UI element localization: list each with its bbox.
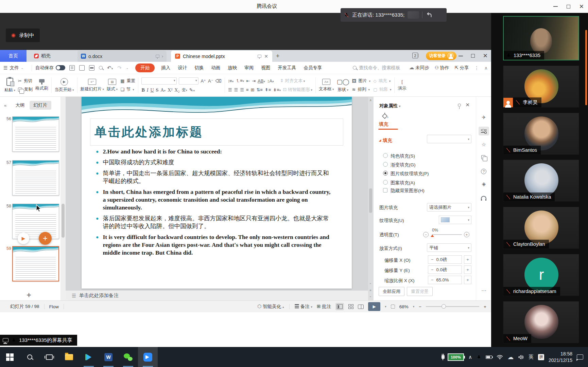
text-direction-button[interactable]: ↕A▾ <box>267 78 274 84</box>
prev-slide-icon[interactable]: ⌃ <box>369 283 372 286</box>
subscript-button[interactable]: X₂ <box>174 88 179 93</box>
radio-gradient-fill[interactable] <box>383 162 388 167</box>
copy-button[interactable]: 复制 <box>18 87 33 92</box>
slide-title-placeholder[interactable]: 单击此处添加标题 <box>90 118 343 146</box>
clock[interactable]: 18:58 2021/12/15 <box>549 351 572 364</box>
tray-mic-icon[interactable] <box>477 355 481 360</box>
comments-button[interactable]: ⊞ 批注 <box>317 304 331 310</box>
notes-button[interactable]: ☰ 备注 ▾ <box>295 304 313 310</box>
more-tools-icon[interactable]: ⋯ <box>476 288 491 294</box>
offset-x-plus-button[interactable]: + <box>464 255 471 264</box>
panel-title[interactable]: 对象属性 ▾ <box>379 103 400 109</box>
print-icon[interactable] <box>89 65 94 71</box>
font-size-combobox[interactable] <box>179 77 198 85</box>
font-color-button[interactable]: A▾ <box>160 88 166 93</box>
new-doc-icon[interactable] <box>69 65 75 71</box>
command-search-box[interactable]: 查找命令、搜索模板 <box>353 65 400 71</box>
reading-view-button[interactable] <box>358 305 364 309</box>
present-button[interactable]: [ 演示 <box>398 79 406 91</box>
textbox-button[interactable]: A≡ 文本框 ▾ <box>319 79 334 92</box>
transparency-slider[interactable] <box>432 234 462 235</box>
fill-button[interactable]: ◇ 填充 ▾ <box>373 78 391 84</box>
italic-button[interactable]: I <box>147 88 149 93</box>
quick-play-button[interactable]: ▶ <box>18 233 29 244</box>
guest-login-button[interactable]: 访客登录 <box>426 52 456 60</box>
align-left-button[interactable]: ☰ <box>228 87 232 92</box>
layout-button[interactable]: ▤ 版式 ▾ <box>107 79 118 92</box>
underline-button[interactable]: U <box>150 88 154 93</box>
transparency-slider-marker[interactable] <box>431 235 434 237</box>
scale-x-stepper[interactable]: −65.0% <box>428 276 462 284</box>
offset-x-stepper[interactable]: −0.0磅 <box>428 255 462 264</box>
slide-sorter-view-button[interactable] <box>348 304 353 309</box>
play-options-icon[interactable]: ▾ <box>385 305 386 308</box>
increase-indent-button[interactable]: ⇥ <box>252 78 256 84</box>
fit-slide-icon[interactable] <box>391 305 395 309</box>
fill-preset-combobox[interactable] <box>427 135 471 143</box>
file-menu[interactable]: ☰ 文件 ⌄ <box>3 65 23 71</box>
current-slide[interactable]: 单击此处添加标题 ●2.How and how hard it is for C… <box>82 97 352 289</box>
fill-section-header[interactable]: 填充 <box>379 137 392 144</box>
ribbon-tab-member[interactable]: 会员专享 <box>300 65 326 71</box>
participant-tile[interactable]: MeoW <box>503 301 579 343</box>
taskbar-search-button[interactable] <box>20 347 39 367</box>
apply-all-button[interactable]: 全部应用 <box>379 287 404 296</box>
offset-y-stepper[interactable]: −0.0磅 <box>428 265 462 274</box>
participant-tile[interactable]: Natalia Kowalska <box>503 160 579 202</box>
align-center-button[interactable]: ☰ <box>234 87 238 92</box>
slide-thumbnail-56[interactable] <box>12 116 59 152</box>
reset-background-button[interactable]: 重置背景 <box>407 287 433 296</box>
docer-resources-icon[interactable]: ✈ <box>476 114 491 121</box>
wps-minimize-button[interactable] <box>459 56 463 56</box>
tab-document-odocx[interactable]: W o.docx › <box>77 51 167 62</box>
sidebar-scrollbar[interactable] <box>585 30 587 105</box>
tencent-meeting-icon[interactable] <box>138 347 158 367</box>
maximize-button[interactable] <box>567 5 570 8</box>
bullet-list-button[interactable]: ⁝≡▾ <box>228 78 234 84</box>
ribbon-tab-review[interactable]: 审阅 <box>241 65 257 71</box>
radio-pattern-fill[interactable] <box>383 180 388 185</box>
para-before-button[interactable]: ⇞≡ <box>265 87 271 92</box>
participant-tile[interactable]: ClaytonBoylan <box>503 207 579 249</box>
shapes-button[interactable]: ▢◯ 形状 ▾ <box>336 78 349 93</box>
autosave-toggle[interactable] <box>56 65 65 70</box>
tab-pin-icon[interactable] <box>258 55 261 58</box>
panel-scrollbar[interactable] <box>60 97 66 300</box>
save-icon[interactable] <box>79 65 85 71</box>
word-icon[interactable]: W <box>99 347 118 367</box>
add-slide-button[interactable]: + <box>27 290 31 300</box>
strikethrough-button[interactable]: S <box>156 88 159 93</box>
tab-docer[interactable]: 稻壳 <box>31 50 70 62</box>
ribbon-tab-design[interactable]: 设计 <box>174 65 191 71</box>
collapse-ribbon-icon[interactable]: ∧ <box>484 65 488 71</box>
transparency-minus-button[interactable]: − <box>423 232 429 237</box>
minimize-button[interactable] <box>553 6 558 7</box>
ribbon-tab-view[interactable]: 视图 <box>257 65 274 71</box>
zoom-in-button[interactable]: + <box>484 304 486 309</box>
tab-expand-icon[interactable]: › <box>162 54 163 59</box>
more-quickbar-icon[interactable]: ⌄ <box>126 66 129 70</box>
zoom-slider-knob[interactable] <box>442 304 446 309</box>
sync-status[interactable]: ☁ 未同步 <box>409 65 429 71</box>
tencent-video-icon[interactable] <box>79 347 99 367</box>
participant-tile[interactable]: BimSantos <box>503 113 579 155</box>
justify-button[interactable]: ≡ <box>246 87 249 92</box>
outline-tab[interactable]: 大纲 <box>16 102 25 108</box>
close-button[interactable]: ✕ <box>579 4 584 10</box>
highlight-button[interactable]: ✎▾ <box>189 87 195 93</box>
task-view-button[interactable] <box>39 347 59 367</box>
onedrive-cloud-icon[interactable]: ☁ <box>507 353 514 361</box>
slides-tab[interactable]: 幻灯片 <box>30 101 52 110</box>
share-button[interactable]: ⇱ 分享 <box>455 65 469 71</box>
slide-body-text[interactable]: ●2.How and how hard it is for China to s… <box>96 148 334 260</box>
decrease-indent-button[interactable]: ⇤ <box>246 78 250 84</box>
outline-button[interactable]: ▢ 轮廓 ▾ <box>373 87 391 92</box>
print-preview-icon[interactable] <box>99 66 103 70</box>
checkbox-hide-background[interactable] <box>383 188 387 192</box>
ribbon-tab-start[interactable]: 开始 <box>135 63 155 72</box>
numbered-list-button[interactable]: ⒈≡▾ <box>236 78 244 84</box>
language-indicator[interactable]: 英 <box>529 354 534 360</box>
participant-tile[interactable]: r richardappiatsesam <box>503 254 579 296</box>
zoom-level[interactable]: 68% <box>399 304 409 309</box>
help-icon[interactable]: ? <box>481 169 486 174</box>
